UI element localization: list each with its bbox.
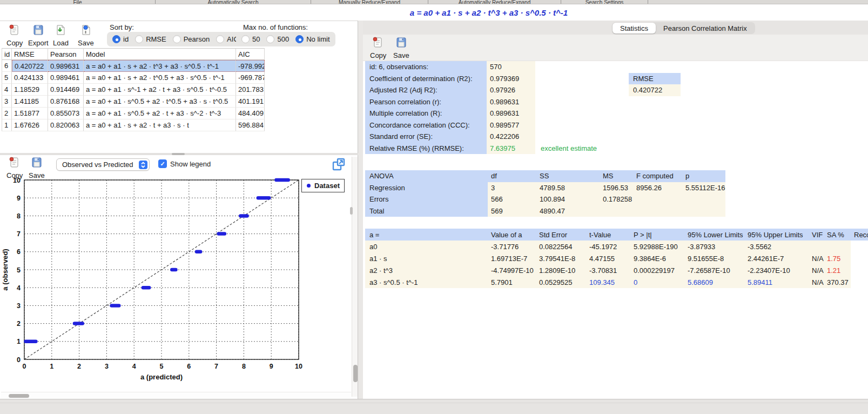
rmse-box-header: RMSE [629, 73, 681, 85]
table-row[interactable]: 41.185290.914469a = a0 + a1 · s^-1 + a2 … [2, 84, 265, 96]
svg-text:7: 7 [17, 230, 21, 238]
menu-tab-manually-reduce-expand[interactable]: Manually Reduce/Expand [311, 0, 428, 4]
copy-button[interactable]: Copy [6, 24, 23, 47]
coef-cell [809, 241, 824, 252]
stats-row: Adjusted R2 (Adj R2):0.97926 [365, 84, 597, 96]
cell-pearson: 0.820063 [48, 119, 84, 131]
coef-header-row: a =Value of aStd Errort-ValueP > |t|95% … [365, 229, 868, 241]
table-row[interactable]: 31.411850.876168a = a0 + a1 · s^0.5 + a2… [2, 96, 265, 108]
menu-bar: FileAutomatically SearchManually Reduce/… [0, 0, 868, 4]
sort-by-option-pearson[interactable]: Pearson [173, 35, 210, 43]
coef-header-95-upper-limits: 95% Upper Limits [744, 229, 809, 241]
anova-cell: 4789.58 [536, 182, 600, 194]
cell-model: a = a0 + a1 · s + a2 · t + a3 · s · t [84, 119, 236, 131]
svg-text:10: 10 [13, 177, 21, 184]
coef-cell: 5.68609 [684, 276, 744, 288]
plot-save-button[interactable]: Save [29, 157, 45, 179]
anova-header-anova: ANOVA [365, 170, 488, 182]
sort-by-option-rmse[interactable]: RMSE [135, 35, 166, 43]
radio-icon [241, 35, 250, 43]
anova-cell: 3 [488, 182, 536, 194]
scrollbar-thumb[interactable] [353, 365, 358, 382]
vertical-splitter-handle[interactable] [350, 207, 353, 215]
coef-cell [851, 252, 868, 264]
table-row[interactable]: 21.518770.855073a = a0 + a1 · s^0.5 + a2… [2, 108, 265, 119]
coef-row: a2 · t^3-4.74997E-101.2809E-10-3.708310.… [365, 264, 868, 276]
max-functions-option-50[interactable]: 50 [241, 35, 260, 43]
stats-row: Standard error (SE):0.422206 [365, 131, 597, 143]
menu-tab-search-settings[interactable]: Search Settings [561, 0, 648, 4]
coef-cell: 1.2809E-10 [536, 264, 586, 276]
cell-id: 1 [2, 119, 12, 131]
coef-cell: 1.69713E-7 [488, 252, 536, 264]
load-button[interactable]: Load [53, 24, 69, 47]
max-functions-option-no-limit[interactable]: No limit [295, 35, 329, 43]
anova-header-ms: MS [600, 170, 633, 182]
table-row[interactable]: 11.676260.820063a = a0 + a1 · s + a2 · t… [2, 119, 265, 131]
coef-cell: 0.0822564 [536, 241, 586, 252]
save-button[interactable]: Save [78, 24, 94, 47]
popout-window-icon[interactable] [332, 157, 346, 172]
observed-vs-predicted-chart: 012345678910012345678910a (predicted)a (… [0, 177, 351, 393]
anova-row: Errors566100.8940.178258 [365, 193, 725, 205]
menu-tab-automatically-search[interactable]: Automatically Search [156, 0, 311, 4]
coef-row: a0-3.717760.0822564-45.19725.92988E-190-… [365, 241, 868, 252]
anova-cell [682, 205, 725, 217]
export-button[interactable]: Export [28, 24, 49, 47]
stats-copy-button[interactable]: Copy [370, 37, 386, 59]
coef-cell: N/A [809, 264, 824, 276]
plot-view-dropdown[interactable]: Observed vs Predicted [56, 158, 150, 171]
legend-entry-label: Dataset [314, 182, 340, 190]
table-row[interactable]: 50.4241330.989461a = a0 + a1 · s + a2 · … [2, 72, 265, 84]
model-results-panel: Copy Export Load Save Sort by: idRMSEPea… [0, 21, 358, 153]
anova-row: Regression34789.581596.538956.265.55112E… [365, 182, 725, 194]
plot-horizontal-scrollbar[interactable] [1, 392, 351, 398]
coef-row: a3 · s^0.5 · t^-15.79010.0529525109.3450… [365, 276, 868, 288]
stats-row: id: 6, observations:570 [365, 61, 597, 73]
show-legend-checkbox[interactable]: ✓ [158, 159, 167, 168]
menu-tab-automatically-reduce-expand[interactable]: Automatically Reduce/Expand [428, 0, 561, 4]
plot-vertical-scrollbar[interactable] [352, 157, 358, 397]
coef-cell: 1.21 [824, 264, 851, 276]
tab-statistics[interactable]: Statistics [613, 23, 656, 34]
stats-save-button[interactable]: Save [393, 37, 409, 59]
anova-cell: Total [365, 205, 488, 217]
max-functions-label: Max no. of functions: [243, 23, 308, 31]
max-functions-radio-group: 50500No limit [236, 32, 335, 46]
cell-model: a = a0 + a1 · s^0.5 + a2 · t^0.5 + a3 · … [84, 96, 236, 108]
cell-aic: 401.191 [236, 96, 265, 108]
max-functions-option-label: 50 [252, 35, 260, 43]
copy-icon [8, 24, 21, 38]
svg-text:0: 0 [17, 356, 21, 364]
anova-header-ss: SS [536, 170, 600, 182]
menu-tab-file[interactable]: File [0, 0, 155, 4]
tab-pearson-correlation-matrix[interactable]: Pearson Correlation Matrix [656, 23, 755, 34]
plot-panel: Copy Save Observed vs Predicted ✓ Show l… [0, 155, 358, 399]
coef-cell: 9.51655E-8 [684, 252, 744, 264]
sort-by-option-id[interactable]: id [112, 35, 129, 43]
sort-by-label: Sort by: [110, 23, 134, 31]
copy-icon [8, 157, 21, 171]
results-header-row: idRMSEPearsonModelAIC [2, 48, 265, 60]
coef-cell: -3.70831 [586, 264, 630, 276]
stats-value: 0.989631 [487, 96, 535, 108]
anova-header-f-computed: F computed [633, 170, 682, 182]
stats-row: Relative RMSE (%) (RRMSE):7.63975excelle… [365, 143, 597, 155]
coef-cell [851, 276, 868, 288]
cell-pearson: 0.989631 [48, 60, 84, 72]
coef-cell: 4.47155 [586, 252, 630, 264]
results-column-header-aic: AIC [236, 48, 265, 60]
max-functions-option-500[interactable]: 500 [266, 35, 289, 43]
scrollbar-thumb[interactable] [9, 394, 29, 398]
statistics-tabstrip: StatisticsPearson Correlation Matrix [363, 21, 868, 35]
sort-by-option-aic[interactable]: AIC [216, 35, 239, 43]
svg-text:5: 5 [17, 266, 21, 274]
cell-aic: -978.992 [236, 60, 265, 72]
stats-row: Multiple correlation (R):0.989631 [365, 108, 597, 119]
radio-selected-icon [112, 35, 120, 43]
floppy-disk-icon [32, 24, 45, 38]
stats-value: 0.422206 [487, 131, 535, 143]
table-row[interactable]: 60.4207220.989631a = a0 + a1 · s + a2 · … [2, 60, 265, 72]
copy-button-label: Copy [6, 39, 23, 47]
plot-copy-button[interactable]: Copy [6, 157, 23, 179]
